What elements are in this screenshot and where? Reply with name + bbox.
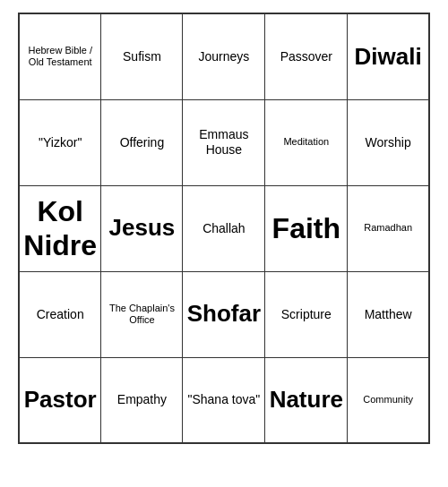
cell-r0-c2: Journeys	[183, 13, 265, 99]
cell-r2-c0: Kol Nidre	[19, 185, 101, 271]
bingo-grid: Hebrew Bible / Old TestamentSufismJourne…	[18, 13, 430, 444]
cell-r0-c1: Sufism	[101, 13, 183, 99]
cell-r3-c2: Shofar	[183, 271, 265, 357]
cell-r3-c3: Scripture	[265, 271, 348, 357]
cell-r2-c1: Jesus	[101, 185, 183, 271]
cell-r0-c4: Diwali	[348, 13, 429, 99]
cell-r3-c1: The Chaplain's Office	[101, 271, 183, 357]
cell-r3-c0: Creation	[19, 271, 101, 357]
cell-r1-c4: Worship	[348, 99, 429, 185]
cell-r4-c0: Pastor	[19, 357, 101, 443]
cell-r0-c3: Passover	[265, 13, 348, 99]
cell-r0-c0: Hebrew Bible / Old Testament	[19, 13, 101, 99]
cell-r2-c2: Challah	[183, 185, 265, 271]
cell-r4-c3: Nature	[265, 357, 348, 443]
cell-r4-c4: Community	[348, 357, 429, 443]
cell-r3-c4: Matthew	[348, 271, 429, 357]
cell-r1-c2: Emmaus House	[183, 99, 265, 185]
cell-r1-c3: Meditation	[265, 99, 348, 185]
cell-r1-c0: "Yizkor"	[19, 99, 101, 185]
cell-r4-c1: Empathy	[101, 357, 183, 443]
cell-r2-c4: Ramadhan	[348, 185, 429, 271]
cell-r1-c1: Offering	[101, 99, 183, 185]
cell-r4-c2: "Shana tova"	[183, 357, 265, 443]
cell-r2-c3: Faith	[265, 185, 348, 271]
